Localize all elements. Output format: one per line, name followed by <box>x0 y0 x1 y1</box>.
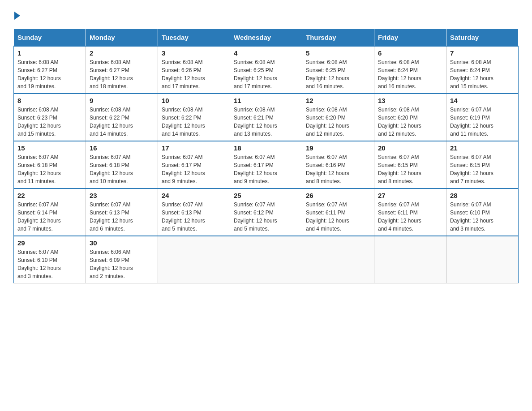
weekday-header-tuesday: Tuesday <box>158 29 230 47</box>
day-number: 13 <box>378 97 442 104</box>
calendar-day-cell: 19Sunrise: 6:07 AMSunset: 6:16 PMDayligh… <box>302 141 374 188</box>
day-number: 15 <box>17 144 82 152</box>
day-sun-info: Sunrise: 6:07 AMSunset: 6:15 PMDaylight:… <box>450 153 515 185</box>
day-number: 11 <box>234 97 298 104</box>
day-number: 25 <box>234 192 298 199</box>
day-number: 29 <box>17 239 82 247</box>
calendar-day-cell: 28Sunrise: 6:07 AMSunset: 6:10 PMDayligh… <box>446 188 519 236</box>
calendar-day-cell <box>230 236 302 283</box>
calendar-day-cell: 26Sunrise: 6:07 AMSunset: 6:11 PMDayligh… <box>302 188 374 236</box>
day-number: 22 <box>17 192 82 199</box>
weekday-header-saturday: Saturday <box>446 29 519 47</box>
logo <box>13 9 20 20</box>
day-sun-info: Sunrise: 6:07 AMSunset: 6:10 PMDaylight:… <box>17 248 82 280</box>
calendar-day-cell: 3Sunrise: 6:08 AMSunset: 6:26 PMDaylight… <box>158 46 230 94</box>
day-sun-info: Sunrise: 6:08 AMSunset: 6:20 PMDaylight:… <box>378 106 442 138</box>
calendar-day-cell: 12Sunrise: 6:08 AMSunset: 6:20 PMDayligh… <box>302 94 374 141</box>
day-sun-info: Sunrise: 6:08 AMSunset: 6:23 PMDaylight:… <box>17 106 82 138</box>
day-sun-info: Sunrise: 6:08 AMSunset: 6:27 PMDaylight:… <box>90 58 154 90</box>
calendar-day-cell: 10Sunrise: 6:08 AMSunset: 6:22 PMDayligh… <box>158 94 230 141</box>
day-number: 10 <box>162 97 226 104</box>
calendar-day-cell: 20Sunrise: 6:07 AMSunset: 6:15 PMDayligh… <box>374 141 446 188</box>
day-number: 21 <box>450 144 515 152</box>
calendar-week-row: 29Sunrise: 6:07 AMSunset: 6:10 PMDayligh… <box>14 236 519 283</box>
day-number: 26 <box>306 192 370 199</box>
calendar-day-cell: 25Sunrise: 6:07 AMSunset: 6:12 PMDayligh… <box>230 188 302 236</box>
page-header <box>13 9 519 20</box>
day-number: 17 <box>162 144 226 152</box>
day-sun-info: Sunrise: 6:08 AMSunset: 6:24 PMDaylight:… <box>378 58 442 90</box>
day-number: 12 <box>306 97 370 104</box>
day-number: 4 <box>234 49 298 57</box>
calendar-day-cell: 29Sunrise: 6:07 AMSunset: 6:10 PMDayligh… <box>14 236 86 283</box>
calendar-day-cell: 7Sunrise: 6:08 AMSunset: 6:24 PMDaylight… <box>446 46 519 94</box>
calendar-day-cell: 16Sunrise: 6:07 AMSunset: 6:18 PMDayligh… <box>86 141 158 188</box>
day-sun-info: Sunrise: 6:07 AMSunset: 6:12 PMDaylight:… <box>234 201 298 233</box>
weekday-header-thursday: Thursday <box>302 29 374 47</box>
calendar-day-cell: 8Sunrise: 6:08 AMSunset: 6:23 PMDaylight… <box>14 94 86 141</box>
day-number: 5 <box>306 49 370 57</box>
calendar-day-cell: 15Sunrise: 6:07 AMSunset: 6:18 PMDayligh… <box>14 141 86 188</box>
calendar-day-cell: 27Sunrise: 6:07 AMSunset: 6:11 PMDayligh… <box>374 188 446 236</box>
day-sun-info: Sunrise: 6:08 AMSunset: 6:27 PMDaylight:… <box>17 58 82 90</box>
calendar-week-row: 8Sunrise: 6:08 AMSunset: 6:23 PMDaylight… <box>14 94 519 141</box>
day-sun-info: Sunrise: 6:07 AMSunset: 6:14 PMDaylight:… <box>17 201 82 233</box>
calendar-day-cell: 21Sunrise: 6:07 AMSunset: 6:15 PMDayligh… <box>446 141 519 188</box>
day-sun-info: Sunrise: 6:08 AMSunset: 6:25 PMDaylight:… <box>306 58 370 90</box>
weekday-header-sunday: Sunday <box>14 29 86 47</box>
day-number: 27 <box>378 192 442 199</box>
calendar-week-row: 1Sunrise: 6:08 AMSunset: 6:27 PMDaylight… <box>14 46 519 94</box>
day-number: 23 <box>90 192 154 199</box>
calendar-week-row: 15Sunrise: 6:07 AMSunset: 6:18 PMDayligh… <box>14 141 519 188</box>
day-number: 19 <box>306 144 370 152</box>
calendar-day-cell: 24Sunrise: 6:07 AMSunset: 6:13 PMDayligh… <box>158 188 230 236</box>
calendar-day-cell: 4Sunrise: 6:08 AMSunset: 6:25 PMDaylight… <box>230 46 302 94</box>
day-sun-info: Sunrise: 6:08 AMSunset: 6:20 PMDaylight:… <box>306 106 370 138</box>
weekday-header-wednesday: Wednesday <box>230 29 302 47</box>
day-number: 2 <box>90 49 154 57</box>
calendar-day-cell: 5Sunrise: 6:08 AMSunset: 6:25 PMDaylight… <box>302 46 374 94</box>
day-sun-info: Sunrise: 6:07 AMSunset: 6:18 PMDaylight:… <box>17 153 82 185</box>
calendar-day-cell: 2Sunrise: 6:08 AMSunset: 6:27 PMDaylight… <box>86 46 158 94</box>
calendar-day-cell <box>158 236 230 283</box>
day-sun-info: Sunrise: 6:08 AMSunset: 6:26 PMDaylight:… <box>162 58 226 90</box>
day-number: 16 <box>90 144 154 152</box>
calendar-day-cell: 30Sunrise: 6:06 AMSunset: 6:09 PMDayligh… <box>86 236 158 283</box>
calendar-day-cell <box>302 236 374 283</box>
day-number: 20 <box>378 144 442 152</box>
day-sun-info: Sunrise: 6:06 AMSunset: 6:09 PMDaylight:… <box>90 248 154 280</box>
day-sun-info: Sunrise: 6:07 AMSunset: 6:13 PMDaylight:… <box>90 201 154 233</box>
day-number: 28 <box>450 192 515 199</box>
weekday-header-row: SundayMondayTuesdayWednesdayThursdayFrid… <box>14 29 519 47</box>
calendar-table: SundayMondayTuesdayWednesdayThursdayFrid… <box>13 29 519 283</box>
day-sun-info: Sunrise: 6:07 AMSunset: 6:19 PMDaylight:… <box>450 106 515 138</box>
day-sun-info: Sunrise: 6:07 AMSunset: 6:15 PMDaylight:… <box>378 153 442 185</box>
calendar-day-cell <box>446 236 519 283</box>
day-sun-info: Sunrise: 6:07 AMSunset: 6:16 PMDaylight:… <box>306 153 370 185</box>
calendar-day-cell: 6Sunrise: 6:08 AMSunset: 6:24 PMDaylight… <box>374 46 446 94</box>
calendar-day-cell: 11Sunrise: 6:08 AMSunset: 6:21 PMDayligh… <box>230 94 302 141</box>
day-number: 1 <box>17 49 82 57</box>
day-sun-info: Sunrise: 6:08 AMSunset: 6:24 PMDaylight:… <box>450 58 515 90</box>
day-sun-info: Sunrise: 6:07 AMSunset: 6:17 PMDaylight:… <box>162 153 226 185</box>
calendar-day-cell: 18Sunrise: 6:07 AMSunset: 6:17 PMDayligh… <box>230 141 302 188</box>
day-sun-info: Sunrise: 6:08 AMSunset: 6:25 PMDaylight:… <box>234 58 298 90</box>
day-sun-info: Sunrise: 6:07 AMSunset: 6:18 PMDaylight:… <box>90 153 154 185</box>
day-number: 6 <box>378 49 442 57</box>
calendar-day-cell: 22Sunrise: 6:07 AMSunset: 6:14 PMDayligh… <box>14 188 86 236</box>
calendar-day-cell: 23Sunrise: 6:07 AMSunset: 6:13 PMDayligh… <box>86 188 158 236</box>
calendar-week-row: 22Sunrise: 6:07 AMSunset: 6:14 PMDayligh… <box>14 188 519 236</box>
weekday-header-friday: Friday <box>374 29 446 47</box>
calendar-day-cell: 14Sunrise: 6:07 AMSunset: 6:19 PMDayligh… <box>446 94 519 141</box>
day-sun-info: Sunrise: 6:08 AMSunset: 6:22 PMDaylight:… <box>162 106 226 138</box>
day-number: 7 <box>450 49 515 57</box>
day-sun-info: Sunrise: 6:08 AMSunset: 6:22 PMDaylight:… <box>90 106 154 138</box>
calendar-day-cell: 13Sunrise: 6:08 AMSunset: 6:20 PMDayligh… <box>374 94 446 141</box>
logo-arrow-icon <box>14 12 20 20</box>
day-number: 24 <box>162 192 226 199</box>
calendar-day-cell: 1Sunrise: 6:08 AMSunset: 6:27 PMDaylight… <box>14 46 86 94</box>
calendar-day-cell: 17Sunrise: 6:07 AMSunset: 6:17 PMDayligh… <box>158 141 230 188</box>
day-sun-info: Sunrise: 6:07 AMSunset: 6:17 PMDaylight:… <box>234 153 298 185</box>
day-number: 3 <box>162 49 226 57</box>
weekday-header-monday: Monday <box>86 29 158 47</box>
